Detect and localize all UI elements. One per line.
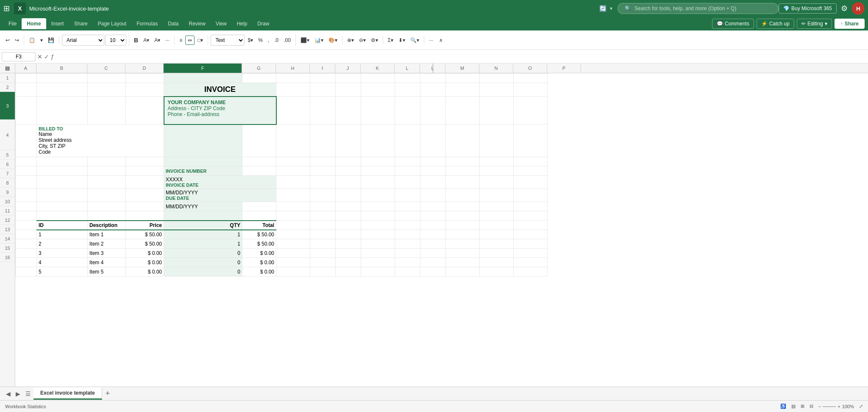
cell-d10[interactable] [126,211,164,221]
cell-c16[interactable]: Item 5 [88,267,126,277]
cell-j14[interactable] [361,249,395,258]
cell-b4[interactable]: BILLED TO Name Street address City, ST Z… [37,124,164,157]
cell-b7[interactable] [37,176,88,189]
cell-k2[interactable] [361,83,395,97]
merge-button[interactable]: □▾ [195,36,205,44]
cell-o6[interactable] [480,166,514,176]
wrap-text-button[interactable]: ⇔ [185,36,195,45]
cell-m7[interactable] [420,176,446,189]
cell-b3[interactable] [37,97,88,124]
fill-color-button[interactable]: A▾ [141,36,151,44]
redo-button[interactable]: ↪ [13,36,21,44]
tab-review[interactable]: Review [184,18,211,29]
cell-m6[interactable] [420,166,446,176]
cell-i8[interactable] [310,189,336,202]
cell-i7[interactable] [310,176,336,189]
view-normal-icon[interactable]: ▤ [791,404,796,409]
cell-m15[interactable] [446,258,480,267]
cell-i9[interactable] [310,202,336,211]
cell-g15[interactable] [276,258,310,267]
cell-j5[interactable] [336,157,361,166]
comments-button[interactable]: 💬 Comments [712,19,754,29]
confirm-formula-icon[interactable]: ✓ [44,53,49,60]
col-header-f[interactable]: G [242,64,276,73]
cell-h16[interactable] [310,267,336,277]
cell-c12[interactable]: Item 1 [88,230,126,239]
comma-button[interactable]: , [266,36,271,44]
row-num-11[interactable]: 11 [0,206,15,216]
cell-h8[interactable] [276,189,310,202]
cell-c9[interactable] [88,202,126,211]
cell-f10[interactable] [164,211,242,221]
cell-i6[interactable] [310,166,336,176]
expand-icon[interactable]: ⤢ [859,404,863,409]
tab-data[interactable]: Data [163,18,184,29]
font-color-button[interactable]: A▾ [152,36,162,44]
insert-cells-button[interactable]: ⊕▾ [345,36,356,44]
cell-j9[interactable] [336,202,361,211]
cell-h3[interactable] [276,97,310,124]
cell-h13[interactable] [310,239,336,249]
tab-draw[interactable]: Draw [252,18,274,29]
cell-g16[interactable] [276,267,310,277]
tab-formulas[interactable]: Formulas [131,18,163,29]
cell-i2[interactable] [310,83,336,97]
save-button[interactable]: 💾 [46,36,56,44]
cell-d14[interactable]: $ 0.00 [126,249,164,258]
cell-j4[interactable] [336,124,361,157]
cell-i4[interactable] [310,124,336,157]
row-num-8[interactable]: 8 [0,178,15,188]
clipboard-button[interactable]: 📋 [27,36,37,44]
cell-m2[interactable] [420,83,446,97]
cell-d13[interactable]: $ 50.00 [126,239,164,249]
cell-k15[interactable] [395,258,420,267]
cell-g11[interactable] [276,221,310,230]
row-num-9[interactable]: 9 [0,188,15,197]
cell-m1[interactable] [420,74,446,83]
cell-c3[interactable] [88,97,126,124]
row-num-3[interactable]: 3 [0,92,15,120]
editing-button[interactable]: ✏ Editing ▾ [797,19,832,29]
cell-l15[interactable] [420,258,446,267]
tab-file[interactable]: File [3,18,22,29]
tab-view[interactable]: View [211,18,232,29]
cell-o10[interactable] [480,211,514,221]
zoom-in-button[interactable]: + [837,404,840,409]
cell-g9[interactable] [242,202,276,211]
tab-share[interactable]: Share [69,18,93,29]
cell-n13[interactable] [480,239,514,249]
col-header-i[interactable]: J [335,64,361,73]
cell-d9[interactable] [126,202,164,211]
cell-k9[interactable] [361,202,395,211]
sheet-nav-prev[interactable]: ◀ [3,389,13,399]
row-num-14[interactable]: 14 [0,234,15,243]
cell-o12[interactable] [514,230,548,239]
search-input[interactable] [634,6,771,11]
cell-g13[interactable] [276,239,310,249]
col-header-o[interactable]: O [513,64,547,73]
cell-m4[interactable] [420,124,446,157]
cell-l1[interactable] [395,74,420,83]
cancel-formula-icon[interactable]: ✕ [37,53,42,60]
cell-d2[interactable] [126,83,164,97]
row-num-6[interactable]: 6 [0,160,15,169]
row-num-16[interactable]: 16 [0,253,15,262]
avatar[interactable]: H [852,2,865,15]
sheet-nav-next[interactable]: ▶ [13,389,23,399]
grid[interactable]: INVOICE [15,73,868,387]
col-header-d[interactable]: D [125,64,164,73]
row-num-13[interactable]: 13 [0,225,15,234]
cell-p2[interactable] [514,83,548,97]
cell-d8[interactable] [126,189,164,202]
autosum-button[interactable]: Σ▾ [386,36,395,44]
tab-help[interactable]: Help [232,18,253,29]
cell-a11[interactable] [16,221,37,230]
corner-cell[interactable]: ▤ [0,64,15,73]
number-format-select[interactable]: Text General Number Currency [211,35,245,46]
cell-f14[interactable]: $ 0.00 [242,249,276,258]
cell-f3[interactable]: YOUR COMPANY NAME Address - CITY ZIP Cod… [164,97,276,124]
zoom-out-button[interactable]: − [818,404,821,409]
cell-d5[interactable] [126,157,164,166]
cell-m12[interactable] [446,230,480,239]
tab-home[interactable]: Home [22,18,46,29]
